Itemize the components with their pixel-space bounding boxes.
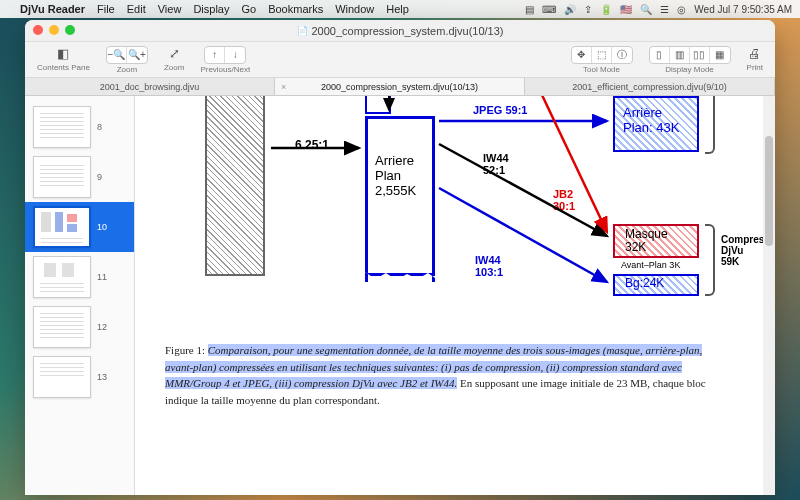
status-icon[interactable]: ▤ bbox=[525, 4, 534, 15]
text-cursor-icon: Ⓘ bbox=[617, 48, 627, 62]
control-center-icon[interactable]: ☰ bbox=[660, 4, 669, 15]
label-625: 6.25:1 bbox=[295, 138, 329, 152]
label-avant3k: Avant–Plan 3K bbox=[621, 260, 680, 270]
thumbnail-pane[interactable]: 8 9 10 bbox=[25, 96, 135, 495]
display-two-button[interactable]: ▯▯ bbox=[690, 47, 710, 63]
close-button[interactable] bbox=[33, 25, 43, 35]
window-title: 2000_compression_system.djvu(10/13) bbox=[312, 25, 504, 37]
content-area: 8 9 10 bbox=[25, 96, 775, 495]
figure-1: Avant–Plan 5K Avant–Plan 3K compression … bbox=[145, 96, 753, 336]
menu-help[interactable]: Help bbox=[386, 3, 409, 15]
toolmode-select-button[interactable]: ⬚ bbox=[592, 47, 612, 63]
zoom-fit-button[interactable]: ⤢ Zoom bbox=[158, 44, 190, 74]
thumbnail[interactable]: 8 bbox=[25, 102, 134, 152]
bracket bbox=[705, 96, 715, 154]
svg-line-5 bbox=[439, 188, 607, 282]
label-iw44-103: IW44 103:1 bbox=[475, 254, 503, 278]
battery-icon[interactable]: 🔋 bbox=[600, 4, 612, 15]
page-number: 13 bbox=[97, 372, 113, 382]
toolmode-hand-button[interactable]: ✥ bbox=[572, 47, 592, 63]
box-uncompressed bbox=[205, 96, 265, 276]
prev-page-button[interactable]: ↑ bbox=[205, 47, 225, 63]
label-bg24: Bg:24K bbox=[625, 276, 664, 290]
page-number: 10 bbox=[97, 222, 113, 232]
toolmode-text-button[interactable]: Ⓘ bbox=[612, 47, 632, 63]
continuous-icon: ▥ bbox=[675, 49, 684, 60]
label-arriere-big: Arriere Plan 2,555K bbox=[375, 154, 416, 199]
bracket bbox=[705, 224, 715, 296]
close-icon[interactable]: × bbox=[281, 82, 286, 92]
svg-line-3 bbox=[439, 144, 607, 236]
zoom-in-button[interactable]: 🔍+ bbox=[127, 47, 147, 63]
scrollbar-handle[interactable] bbox=[765, 136, 773, 246]
thumbnail[interactable]: 9 bbox=[25, 152, 134, 202]
label-jpeg: JPEG 59:1 bbox=[473, 104, 527, 116]
selection-icon: ⬚ bbox=[597, 49, 606, 60]
zoom-out-button[interactable]: −🔍 bbox=[107, 47, 127, 63]
prevnext-group: ↑ ↓ Previous/Next bbox=[194, 44, 256, 76]
down-arrow-icon: ↓ bbox=[233, 49, 238, 60]
mac-menubar: DjVu Reader File Edit View Display Go Bo… bbox=[0, 0, 800, 18]
zoom-out-icon: −🔍 bbox=[108, 49, 126, 60]
thumb-preview bbox=[33, 156, 91, 198]
zoom-group: −🔍 🔍+ Zoom bbox=[100, 44, 154, 76]
doc-icon: 📄 bbox=[297, 26, 308, 36]
clock[interactable]: Wed Jul 7 9:50:35 AM bbox=[694, 4, 792, 15]
printer-icon: 🖨 bbox=[748, 46, 761, 62]
zoom-in-icon: 🔍+ bbox=[128, 49, 146, 60]
hand-icon: ✥ bbox=[577, 49, 585, 60]
thumb-preview bbox=[33, 256, 91, 298]
thumbnail-selected[interactable]: 10 bbox=[25, 202, 134, 252]
wifi-icon[interactable]: ⇪ bbox=[584, 4, 592, 15]
display-single-button[interactable]: ▯ bbox=[650, 47, 670, 63]
app-window: 📄 2000_compression_system.djvu(10/13) ◧ … bbox=[25, 20, 775, 495]
tab-compression-system[interactable]: × 2000_compression_system.djvu(10/13) bbox=[275, 78, 525, 95]
thumb-preview bbox=[33, 206, 91, 248]
menu-edit[interactable]: Edit bbox=[127, 3, 146, 15]
vertical-scrollbar[interactable] bbox=[763, 96, 775, 495]
tab-doc-browsing[interactable]: 2001_doc_browsing.djvu bbox=[25, 78, 275, 95]
two-page-icon: ▯▯ bbox=[693, 49, 705, 60]
menu-display[interactable]: Display bbox=[193, 3, 229, 15]
menu-view[interactable]: View bbox=[158, 3, 182, 15]
tab-label: 2001_doc_browsing.djvu bbox=[100, 82, 200, 92]
window-controls bbox=[33, 25, 75, 35]
menu-go[interactable]: Go bbox=[241, 3, 256, 15]
bluetooth-icon[interactable]: ⌨ bbox=[542, 4, 556, 15]
page-view[interactable]: Avant–Plan 5K Avant–Plan 3K compression … bbox=[135, 96, 775, 495]
figure-caption[interactable]: Figure 1: Comparaison, pour une segmenta… bbox=[145, 342, 753, 408]
window-titlebar[interactable]: 📄 2000_compression_system.djvu(10/13) bbox=[25, 20, 775, 42]
box-blue-small bbox=[365, 96, 391, 114]
page-number: 11 bbox=[97, 272, 113, 282]
minimize-button[interactable] bbox=[49, 25, 59, 35]
flag-icon[interactable]: 🇺🇸 bbox=[620, 4, 632, 15]
next-page-button[interactable]: ↓ bbox=[225, 47, 245, 63]
caption-figure-label: Figure 1: bbox=[165, 344, 205, 356]
thumbnail[interactable]: 12 bbox=[25, 302, 134, 352]
label-arriere-43k: Arrière Plan: 43K bbox=[623, 106, 679, 136]
volume-icon[interactable]: 🔊 bbox=[564, 4, 576, 15]
page-number: 8 bbox=[97, 122, 113, 132]
thumbnail[interactable]: 13 bbox=[25, 352, 134, 402]
menu-window[interactable]: Window bbox=[335, 3, 374, 15]
display-cont-button[interactable]: ▥ bbox=[670, 47, 690, 63]
sidebar-icon: ◧ bbox=[57, 46, 69, 62]
toolmode-group: ✥ ⬚ Ⓘ Tool Mode bbox=[565, 44, 639, 76]
zoom-button[interactable] bbox=[65, 25, 75, 35]
thumb-preview bbox=[33, 106, 91, 148]
contents-pane-button[interactable]: ◧ Contents Pane bbox=[31, 44, 96, 74]
page-number: 12 bbox=[97, 322, 113, 332]
app-name[interactable]: DjVu Reader bbox=[20, 3, 85, 15]
menu-bookmarks[interactable]: Bookmarks bbox=[268, 3, 323, 15]
up-arrow-icon: ↑ bbox=[212, 49, 217, 60]
print-button[interactable]: 🖨 Print bbox=[741, 44, 769, 74]
thumbnail[interactable]: 11 bbox=[25, 252, 134, 302]
single-page-icon: ▯ bbox=[656, 49, 662, 60]
menu-file[interactable]: File bbox=[97, 3, 115, 15]
spotlight-icon[interactable]: 🔍 bbox=[640, 4, 652, 15]
tab-efficient-compression[interactable]: 2001_efficient_compression.djvu(9/10) bbox=[525, 78, 775, 95]
display-twocont-button[interactable]: ▦ bbox=[710, 47, 730, 63]
menubar-status: ▤ ⌨ 🔊 ⇪ 🔋 🇺🇸 🔍 ☰ ◎ Wed Jul 7 9:50:35 AM bbox=[525, 4, 792, 15]
tab-label: 2000_compression_system.djvu(10/13) bbox=[321, 82, 478, 92]
siri-icon[interactable]: ◎ bbox=[677, 4, 686, 15]
